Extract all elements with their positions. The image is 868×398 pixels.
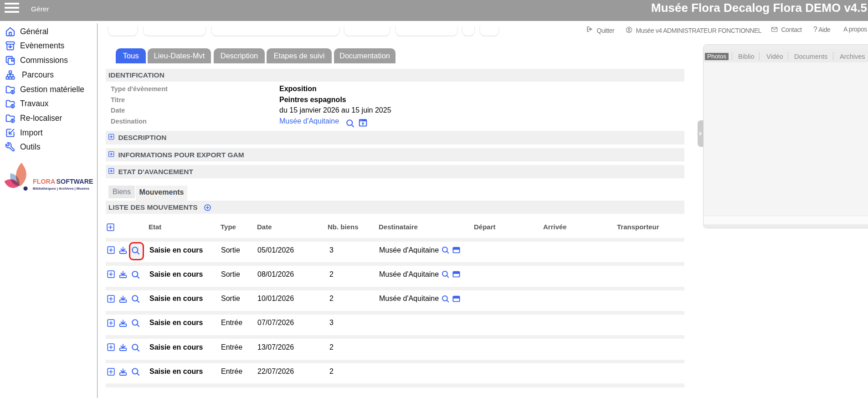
svg-text:Bibliothèques | Archives | Mus: Bibliothèques | Archives | Musées (33, 186, 89, 191)
svg-text:SOFTWARE: SOFTWARE (56, 178, 93, 185)
svg-text:FLORA: FLORA (33, 178, 55, 185)
